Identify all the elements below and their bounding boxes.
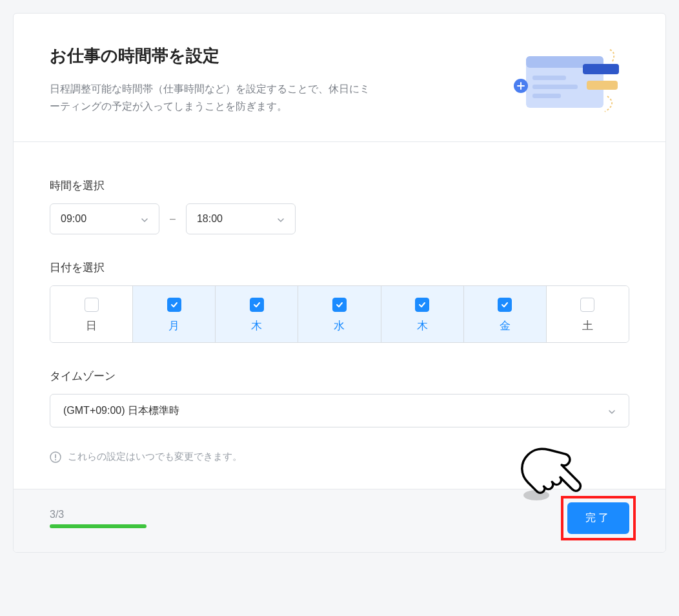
settings-card: お仕事の時間帯を設定 日程調整可能な時間帯（仕事時間など）を設定することで、休日… bbox=[13, 13, 666, 553]
days-section-label: 日付を選択 bbox=[50, 260, 629, 275]
svg-rect-4 bbox=[532, 94, 561, 98]
day-label: 金 bbox=[464, 318, 546, 333]
svg-rect-6 bbox=[587, 81, 618, 90]
timezone-section-label: タイムゾーン bbox=[50, 369, 629, 384]
page-subtitle: 日程調整可能な時間帯（仕事時間など）を設定することで、休日にミーティングの予定が… bbox=[50, 80, 372, 115]
end-time-value: 18:00 bbox=[197, 213, 223, 225]
svg-rect-5 bbox=[583, 64, 619, 74]
day-cell-mon[interactable]: 月 bbox=[133, 286, 216, 342]
day-label: 木 bbox=[381, 318, 463, 333]
header-illustration bbox=[507, 45, 629, 116]
start-time-value: 09:00 bbox=[61, 213, 86, 225]
start-time-select[interactable]: 09:00 bbox=[50, 203, 159, 234]
day-cell-sun[interactable]: 日 bbox=[50, 286, 133, 342]
progress-text: 3/3 bbox=[50, 509, 147, 520]
checkbox-icon bbox=[167, 298, 181, 312]
time-section-label: 時間を選択 bbox=[50, 178, 629, 193]
checkbox-icon bbox=[332, 298, 347, 312]
progress-indicator: 3/3 bbox=[50, 509, 147, 528]
card-header: お仕事の時間帯を設定 日程調整可能な時間帯（仕事時間など）を設定することで、休日… bbox=[14, 14, 665, 142]
header-text-block: お仕事の時間帯を設定 日程調整可能な時間帯（仕事時間など）を設定することで、休日… bbox=[50, 45, 481, 115]
svg-rect-3 bbox=[532, 85, 578, 89]
page-title: お仕事の時間帯を設定 bbox=[50, 45, 481, 67]
day-label: 土 bbox=[547, 318, 629, 333]
done-button[interactable]: 完了 bbox=[567, 502, 629, 534]
day-label: 月 bbox=[133, 318, 215, 333]
info-icon bbox=[50, 451, 61, 463]
checkbox-icon bbox=[415, 298, 429, 312]
day-cell-sat[interactable]: 土 bbox=[547, 286, 629, 342]
done-button-wrap: 完了 bbox=[567, 502, 629, 534]
time-range-dash: – bbox=[170, 213, 176, 225]
days-row: 日 月 木 水 bbox=[50, 285, 629, 343]
card-body: 時間を選択 09:00 – 18:00 日付を選択 日 bbox=[14, 142, 665, 489]
day-label: 日 bbox=[50, 318, 132, 333]
info-text: これらの設定はいつでも変更できます。 bbox=[68, 451, 242, 463]
svg-rect-2 bbox=[532, 76, 566, 80]
info-note: これらの設定はいつでも変更できます。 bbox=[50, 451, 629, 463]
day-label: 水 bbox=[298, 318, 380, 333]
timezone-value: (GMT+09:00) 日本標準時 bbox=[63, 404, 179, 418]
checkbox-icon bbox=[498, 298, 512, 312]
day-cell-tue[interactable]: 木 bbox=[216, 286, 298, 342]
day-cell-fri[interactable]: 金 bbox=[464, 286, 547, 342]
time-range-row: 09:00 – 18:00 bbox=[50, 203, 629, 234]
checkbox-icon bbox=[580, 298, 594, 312]
chevron-down-icon bbox=[277, 215, 285, 223]
progress-bar bbox=[50, 524, 147, 528]
day-cell-wed[interactable]: 水 bbox=[298, 286, 381, 342]
checkbox-icon bbox=[85, 298, 99, 312]
end-time-select[interactable]: 18:00 bbox=[186, 203, 296, 234]
checkbox-icon bbox=[250, 298, 264, 312]
card-footer: 3/3 完了 bbox=[14, 489, 665, 552]
chevron-down-icon bbox=[608, 407, 616, 415]
svg-point-10 bbox=[55, 459, 56, 460]
day-label: 木 bbox=[216, 318, 298, 333]
day-cell-thu[interactable]: 木 bbox=[381, 286, 464, 342]
timezone-select[interactable]: (GMT+09:00) 日本標準時 bbox=[50, 394, 629, 427]
chevron-down-icon bbox=[141, 215, 148, 223]
